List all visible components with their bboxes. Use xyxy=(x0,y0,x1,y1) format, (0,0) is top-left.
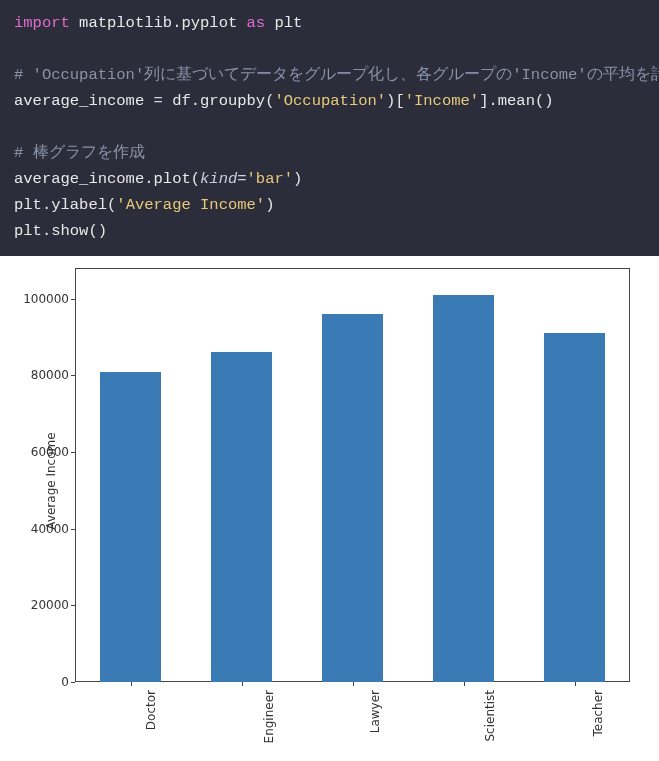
bar xyxy=(100,372,161,683)
y-tick-label: 100000 xyxy=(9,292,69,306)
code-text: matplotlib.pyplot xyxy=(70,14,247,32)
x-tick-label: Teacher xyxy=(591,690,605,737)
y-tick-mark xyxy=(71,452,75,453)
code-text: )[ xyxy=(386,92,405,110)
code-text: average_income.plot( xyxy=(14,170,200,188)
y-tick-label: 60000 xyxy=(9,445,69,459)
code-text: ].mean() xyxy=(479,92,553,110)
kw-as: as xyxy=(247,14,266,32)
y-tick-mark xyxy=(71,375,75,376)
code-text: ) xyxy=(265,196,274,214)
x-tick-mark xyxy=(575,682,576,686)
x-tick-label: Lawyer xyxy=(367,690,381,733)
kw-import: import xyxy=(14,14,70,32)
code-text: average_income xyxy=(14,92,154,110)
y-tick-label: 80000 xyxy=(9,368,69,382)
code-string: 'Income' xyxy=(405,92,479,110)
code-text: = xyxy=(237,170,246,188)
code-string: 'bar' xyxy=(247,170,294,188)
y-tick-mark xyxy=(71,605,75,606)
y-tick-mark xyxy=(71,682,75,683)
chart-area: Average Income 0200004000060000800001000… xyxy=(0,256,659,761)
y-tick-label: 20000 xyxy=(9,598,69,612)
code-text: df.groupby( xyxy=(163,92,275,110)
y-tick-mark xyxy=(71,529,75,530)
code-text: = xyxy=(154,92,163,110)
bar xyxy=(211,352,272,682)
x-tick-mark xyxy=(353,682,354,686)
code-comment: # 'Occupation'列に基づいてデータをグループ化し、各グループの'In… xyxy=(14,66,659,84)
code-block: import matplotlib.pyplot as plt # 'Occup… xyxy=(0,0,659,256)
x-tick-label: Doctor xyxy=(144,690,158,730)
bar xyxy=(544,333,605,682)
x-tick-mark xyxy=(131,682,132,686)
x-tick-mark xyxy=(242,682,243,686)
code-text: plt.show() xyxy=(14,222,107,240)
code-text: ) xyxy=(293,170,302,188)
bar xyxy=(322,314,383,682)
x-tick-label: Engineer xyxy=(261,690,275,743)
y-tick-label: 40000 xyxy=(9,522,69,536)
bar xyxy=(433,295,494,682)
code-kwarg: kind xyxy=(200,170,237,188)
x-tick-mark xyxy=(464,682,465,686)
x-tick-label: Scientist xyxy=(482,690,496,742)
code-string: 'Average Income' xyxy=(116,196,265,214)
code-text: plt xyxy=(265,14,302,32)
y-tick-label: 0 xyxy=(9,675,69,689)
y-tick-mark xyxy=(71,299,75,300)
code-text: plt.ylabel( xyxy=(14,196,116,214)
code-string: 'Occupation' xyxy=(274,92,386,110)
code-comment: # 棒グラフを作成 xyxy=(14,144,145,162)
